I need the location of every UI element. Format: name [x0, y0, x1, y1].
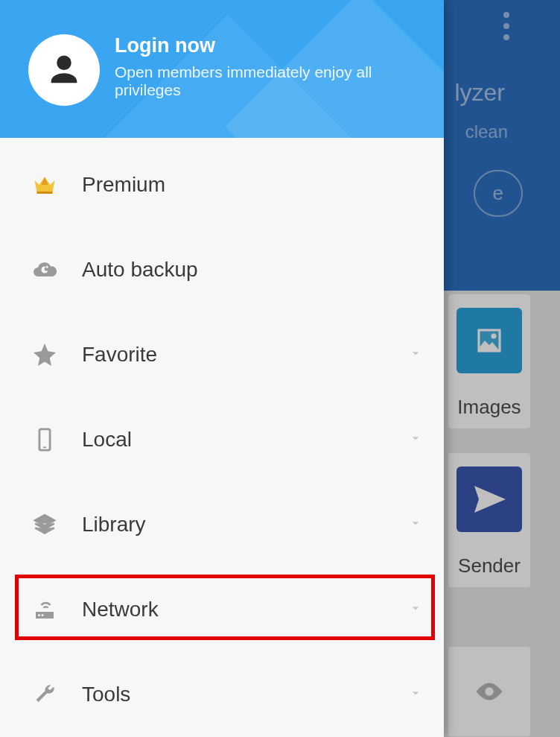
menu-item-local[interactable]: Local	[0, 397, 444, 482]
menu-item-network[interactable]: Network	[0, 567, 444, 652]
menu-item-premium[interactable]: Premium	[0, 142, 444, 227]
menu-label: Library	[82, 513, 408, 537]
chevron-down-icon	[408, 516, 423, 534]
svg-rect-3	[43, 446, 46, 448]
crown-icon	[28, 171, 61, 198]
menu-label: Premium	[82, 173, 427, 197]
navigation-drawer: Login now Open members immediately enjoy…	[0, 0, 444, 737]
menu-item-auto-backup[interactable]: Auto backup	[0, 227, 444, 312]
login-title: Login now	[115, 34, 423, 57]
router-icon	[28, 596, 61, 623]
menu-item-library[interactable]: Library	[0, 482, 444, 567]
svg-point-5	[42, 614, 44, 616]
person-icon	[45, 51, 83, 89]
layers-icon	[28, 512, 61, 537]
avatar[interactable]	[28, 34, 100, 106]
chevron-down-icon	[408, 601, 423, 619]
drawer-header[interactable]: Login now Open members immediately enjoy…	[0, 0, 444, 138]
star-icon	[28, 341, 61, 368]
menu-label: Tools	[82, 683, 408, 706]
svg-point-4	[38, 614, 40, 616]
cloud-sync-icon	[28, 256, 61, 283]
chevron-down-icon	[408, 346, 423, 364]
wrench-icon	[28, 682, 61, 707]
menu-label: Local	[82, 428, 408, 452]
menu-list: Premium Auto backup Favorite Local	[0, 138, 444, 737]
menu-label: Network	[82, 598, 408, 621]
phone-icon	[28, 427, 61, 452]
menu-item-favorite[interactable]: Favorite	[0, 312, 444, 397]
svg-rect-1	[37, 192, 53, 194]
menu-item-tools[interactable]: Tools	[0, 652, 444, 737]
chevron-down-icon	[408, 431, 423, 449]
chevron-down-icon	[408, 686, 423, 703]
login-text-block[interactable]: Login now Open members immediately enjoy…	[115, 34, 423, 99]
login-subtitle: Open members immediately enjoy all privi…	[115, 63, 423, 99]
menu-label: Auto backup	[82, 258, 427, 282]
menu-label: Favorite	[82, 343, 408, 367]
